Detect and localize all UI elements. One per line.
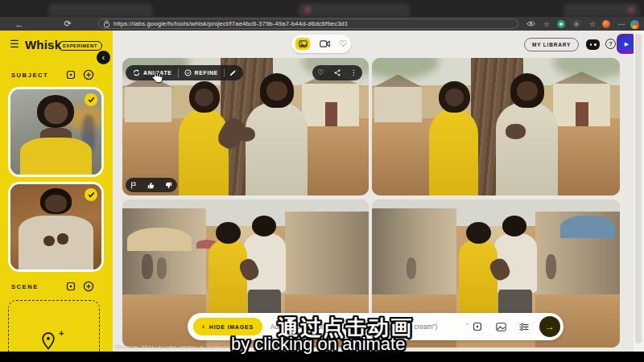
arrow-right-icon: → [545,321,555,332]
inspire-dice-icon[interactable] [472,321,483,332]
image-action-toolbar: ANIMATE REFINE [126,65,243,80]
photo-layer [142,254,153,279]
refine-label: REFINE [195,70,218,76]
share-button[interactable] [334,69,341,76]
photo-layer [546,254,557,279]
chevron-left-icon: ‹ [202,323,205,331]
lock-icon [104,20,109,27]
eye-icon[interactable] [525,17,536,31]
scene-section-label: SCENE [11,283,39,290]
browser-tab[interactable] [298,3,411,17]
photo-layer [302,84,358,126]
image-meta-toolbar: ♡ ⋮ [312,65,362,80]
refresh-icon[interactable]: ⟳ [61,17,74,31]
generated-image-1[interactable]: ANIMATE REFINE ♡ ⋮ [122,58,369,195]
pencil-icon [229,69,237,76]
favorites-view-button[interactable]: ♡ [339,39,347,48]
image-view-button[interactable] [295,38,310,50]
video-view-button[interactable] [320,40,330,47]
subtitle-english: by clicking on animate [231,334,405,355]
subject-thumbnail-woman[interactable] [8,87,104,177]
photo-layer [157,257,167,280]
sidebar: ☰ Whisk EXPERIMENT ‹ SUBJECT [0,31,113,352]
photo-layer [45,195,67,212]
extension-icon[interactable] [557,20,565,28]
profile-avatar-icon[interactable] [602,20,610,28]
photo-layer [496,102,558,195]
thumbs-down-icon [165,182,172,189]
more-options-button[interactable]: ⋮ [350,69,357,76]
heart-icon: ♡ [317,69,324,76]
scene-dropzone[interactable]: + [8,300,100,352]
photo-layer [560,216,615,238]
edit-button[interactable] [225,69,242,76]
app-title: Whisk [25,38,61,51]
photo-layer [266,81,287,101]
screen: ← ⟳ https://labs.google/fx/tools/whisk/p… [0,0,644,362]
browser-menu-icon[interactable]: ⋯ [616,17,627,31]
prompt-expand-icon[interactable]: ˆ [466,322,469,329]
photo-layer [195,88,213,106]
selected-check-badge [85,188,97,201]
collapse-sidebar-button[interactable]: ‹ [97,51,110,64]
thumbs-down-button[interactable] [165,182,172,189]
view-switcher: ♡ [291,35,351,53]
photo-layer [372,208,456,303]
shuffle-subject-icon[interactable] [64,68,76,80]
photo-layer [429,109,479,195]
add-image-icon[interactable] [495,321,506,332]
whisk-app: ☰ Whisk EXPERIMENT ‹ SUBJECT [0,31,644,352]
hide-images-button[interactable]: ‹ HIDE IMAGES [193,318,262,335]
refine-button[interactable]: REFINE [179,69,224,76]
browser-toolbar: ← ⟳ https://labs.google/fx/tools/whisk/p… [0,17,644,31]
video-icon [320,40,330,47]
photo-layer [285,212,369,300]
address-bar[interactable]: https://labs.google/fx/tools/whisk/proje… [98,19,518,29]
image-icon [299,40,308,47]
bookmark-star-icon[interactable]: ☆ [541,17,552,31]
feedback-toolbar [126,178,177,192]
settings-sliders-icon[interactable] [518,321,530,332]
photo-layer [517,81,538,101]
discord-icon[interactable] [586,39,600,50]
photo-layer [122,208,206,303]
photo-layer [20,138,91,177]
add-subject-icon[interactable] [82,68,94,80]
favorites-star-icon[interactable]: ☆ [587,17,598,31]
photo-layer [576,102,588,127]
location-pin-icon [39,331,57,352]
generate-button[interactable]: → [539,316,560,337]
flag-button[interactable] [130,182,137,189]
add-scene-icon[interactable] [82,280,94,292]
photo-layer [236,127,255,142]
photo-layer [216,222,241,245]
tab-favicon [304,6,311,13]
question-icon: ? [609,40,613,47]
scrollbar-thumb[interactable] [635,34,642,343]
photo-layer [125,87,171,122]
browser-tab[interactable] [48,3,153,17]
photo-layer [252,216,277,237]
copilot-icon[interactable] [630,20,639,29]
generated-image-2[interactable] [372,58,620,195]
shuffle-scene-icon[interactable] [64,280,76,292]
scene-empty-state: + [39,331,72,352]
browser-tab[interactable] [564,3,640,17]
refine-check-icon [184,69,192,76]
hide-images-label: HIDE IMAGES [209,324,254,330]
subject-thumbnail-man[interactable] [8,182,104,272]
browser-tab-bar [0,0,644,17]
back-icon[interactable]: ← [13,17,26,31]
experiment-badge: EXPERIMENT [58,41,102,51]
plus-icon: + [59,328,64,338]
extension-icon[interactable] [572,20,580,28]
heart-icon: ♡ [339,39,347,48]
favorite-button[interactable]: ♡ [317,69,324,76]
disclaimer-text: Disclaimer: Whisk can make mistakes, so … [116,344,238,349]
my-library-button[interactable]: MY LIBRARY [524,38,579,51]
photo-layer [502,216,527,237]
thumbs-up-button[interactable] [147,182,155,189]
menu-icon[interactable]: ☰ [10,38,19,50]
help-button[interactable]: ? [605,39,616,49]
photo-layer [374,87,422,122]
